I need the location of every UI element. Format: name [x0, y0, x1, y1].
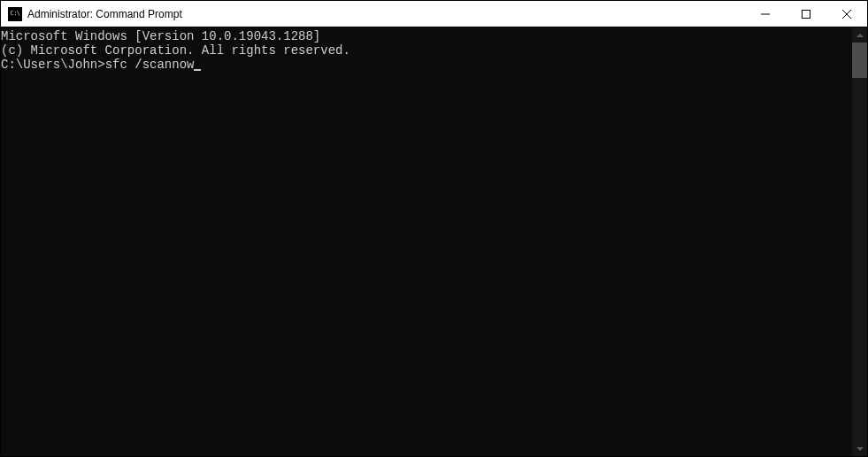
close-icon	[842, 10, 851, 19]
window-title: Administrator: Command Prompt	[27, 8, 745, 20]
terminal-area: Microsoft Windows [Version 10.0.19043.12…	[1, 27, 867, 456]
scroll-thumb[interactable]	[852, 43, 867, 78]
scroll-track[interactable]	[852, 43, 867, 441]
svg-marker-4	[856, 34, 864, 37]
terminal-command: sfc /scannow	[105, 58, 195, 72]
terminal-cursor	[194, 69, 201, 71]
terminal-line-version: Microsoft Windows [Version 10.0.19043.12…	[1, 29, 852, 43]
command-prompt-window: C:\ Administrator: Command Prompt Micros…	[0, 0, 868, 457]
terminal[interactable]: Microsoft Windows [Version 10.0.19043.12…	[1, 27, 852, 456]
chevron-down-icon	[856, 447, 864, 451]
svg-marker-5	[856, 447, 864, 451]
minimize-button[interactable]	[745, 1, 786, 27]
maximize-icon	[802, 10, 810, 19]
terminal-line-copyright: (c) Microsoft Corporation. All rights re…	[1, 43, 852, 58]
maximize-button[interactable]	[786, 1, 826, 27]
terminal-prompt: C:\Users\John>	[1, 58, 105, 72]
scrollbar[interactable]	[852, 27, 867, 456]
app-icon-text: C:\	[10, 11, 19, 17]
window-controls	[745, 1, 867, 27]
titlebar[interactable]: C:\ Administrator: Command Prompt	[1, 1, 867, 27]
terminal-prompt-line: C:\Users\John>sfc /scannow	[1, 58, 852, 72]
minimize-icon	[761, 10, 770, 19]
close-button[interactable]	[826, 1, 867, 27]
svg-rect-1	[803, 10, 810, 18]
scroll-down-button[interactable]	[852, 441, 867, 456]
scroll-up-button[interactable]	[852, 27, 867, 43]
app-icon: C:\	[8, 7, 22, 21]
chevron-up-icon	[856, 34, 864, 37]
